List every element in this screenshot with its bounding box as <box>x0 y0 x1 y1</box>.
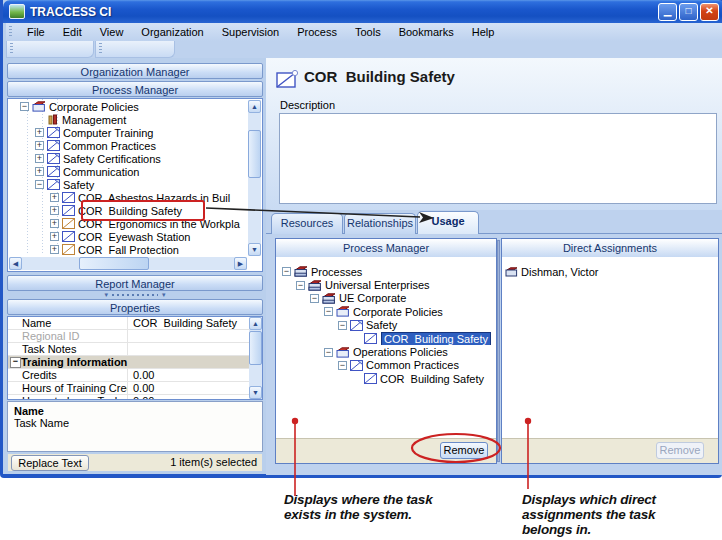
scroll-up-icon[interactable]: ▲ <box>248 100 261 113</box>
scroll-thumb[interactable] <box>248 130 261 178</box>
tree-item-label[interactable]: Universal Enterprises <box>325 279 430 291</box>
tree-item-common-practices[interactable]: −Common Practices <box>276 359 496 372</box>
tree-item-cor-building-safety[interactable]: +COR Building Safety <box>8 204 248 217</box>
expand-icon[interactable]: + <box>35 154 44 163</box>
collapse-icon[interactable]: − <box>10 357 21 368</box>
tree-item-safety[interactable]: −Safety <box>276 319 496 332</box>
tree-item-label[interactable]: Management <box>62 114 126 126</box>
tree-item-label[interactable]: COR Building Safety <box>381 332 491 345</box>
report-manager-header[interactable]: Report Manager <box>7 275 263 291</box>
remove-button[interactable]: Remove <box>440 442 488 459</box>
panel-splitter[interactable]: ▾▾ <box>7 292 263 298</box>
tab-resources[interactable]: Resources <box>271 213 343 234</box>
scroll-down-icon[interactable]: ▼ <box>248 243 261 256</box>
tree-item-label[interactable]: COR Building Safety <box>380 373 484 385</box>
tree-item-management[interactable]: +Management <box>8 113 248 126</box>
replace-text-button[interactable]: Replace Text <box>11 455 89 471</box>
tree-vscrollbar[interactable]: ▲ ▼ <box>248 100 261 256</box>
tree-item-safety[interactable]: −Safety <box>8 178 248 191</box>
tree-item-cor-fall-protection[interactable]: +COR Fall Protection <box>8 243 248 256</box>
tree-item-label[interactable]: Corporate Policies <box>353 306 443 318</box>
tree-item-label[interactable]: Safety Certifications <box>63 153 161 165</box>
tree-item-communication[interactable]: +Communication <box>8 165 248 178</box>
menu-organization[interactable]: Organization <box>132 24 212 41</box>
collapse-icon[interactable]: − <box>282 267 291 276</box>
list-item-label[interactable]: Dishman, Victor <box>521 266 598 278</box>
tree-hscrollbar[interactable]: ◀ ▶ <box>9 257 247 270</box>
expand-icon[interactable]: + <box>50 206 59 215</box>
tree-item-label[interactable]: Corporate Policies <box>49 101 139 113</box>
tree-item-label[interactable]: Operations Policies <box>353 346 448 358</box>
tree-item-safety-certifications[interactable]: +Safety Certifications <box>8 152 248 165</box>
tree-item-label[interactable]: Communication <box>63 166 139 178</box>
tree-item-label[interactable]: COR Building Safety <box>78 205 182 217</box>
toolbar-grip[interactable] <box>99 43 102 55</box>
tree-item-label[interactable]: COR Asbestos Hazards in Buil <box>78 192 230 204</box>
tree-item-label[interactable]: Processes <box>311 266 362 278</box>
expand-icon[interactable]: + <box>50 245 59 254</box>
menu-file[interactable]: File <box>18 24 54 41</box>
organization-manager-header[interactable]: Organization Manager <box>7 63 263 79</box>
tree-item-label[interactable]: Safety <box>366 319 397 331</box>
menu-supervision[interactable]: Supervision <box>213 24 288 41</box>
expand-icon[interactable]: + <box>50 219 59 228</box>
tree-item-operations-policies[interactable]: −Operations Policies <box>276 345 496 358</box>
properties-header[interactable]: Properties <box>7 299 263 315</box>
toolbar-1[interactable] <box>6 41 94 58</box>
description-textarea[interactable] <box>279 113 717 204</box>
collapse-icon[interactable]: − <box>338 321 347 330</box>
property-value[interactable] <box>128 330 249 342</box>
tree-item-cor-building-safety[interactable]: +COR Building Safety <box>276 372 496 385</box>
toolbar-2[interactable] <box>95 41 175 58</box>
list-item-dishman-victor[interactable]: Dishman, Victor <box>502 265 718 278</box>
menu-help[interactable]: Help <box>463 24 504 41</box>
expand-icon[interactable]: + <box>35 128 44 137</box>
menu-edit[interactable]: Edit <box>54 24 91 41</box>
tree-item-processes[interactable]: −Processes <box>276 265 496 278</box>
collapse-icon[interactable]: − <box>324 307 333 316</box>
property-value[interactable]: 0.00 <box>128 369 249 381</box>
properties-vscrollbar[interactable]: ▲ ▼ <box>249 317 262 399</box>
menu-bookmarks[interactable]: Bookmarks <box>390 24 463 41</box>
tree-item-label[interactable]: COR Eyewash Station <box>78 231 191 243</box>
tree-item-cor-building-safety[interactable]: +COR Building Safety <box>276 332 496 345</box>
property-value[interactable] <box>128 343 249 355</box>
title-bar[interactable]: TRACCESS CI ▁ □ ✕ <box>3 0 722 23</box>
tree-item-label[interactable]: COR Fall Protection <box>78 244 179 256</box>
scroll-left-icon[interactable]: ◀ <box>9 257 22 270</box>
minimize-button-icon[interactable]: ▁ <box>658 3 677 21</box>
property-value[interactable]: 0.00 <box>128 382 249 394</box>
scroll-down-icon[interactable]: ▼ <box>249 386 262 399</box>
tree-item-common-practices[interactable]: +Common Practices <box>8 139 248 152</box>
tree-item-label[interactable]: Safety <box>63 179 94 191</box>
collapse-icon[interactable]: − <box>35 180 44 189</box>
tree-item-cor-ergonomics-in-the-workpla[interactable]: +COR Ergonomics in the Workpla <box>8 217 248 230</box>
tab-usage[interactable]: Usage <box>417 211 479 234</box>
collapse-icon[interactable]: − <box>324 348 333 357</box>
close-button-icon[interactable]: ✕ <box>700 3 719 21</box>
tree-item-corporate-policies[interactable]: −Corporate Policies <box>276 305 496 318</box>
collapse-icon[interactable]: − <box>338 361 347 370</box>
scroll-thumb[interactable] <box>79 257 149 270</box>
scroll-up-icon[interactable]: ▲ <box>249 317 262 330</box>
remove-button-disabled[interactable]: Remove <box>656 442 704 459</box>
usage-panel-divider[interactable] <box>497 240 500 462</box>
tree-item-label[interactable]: Common Practices <box>63 140 156 152</box>
property-value[interactable]: 0.00 <box>128 395 249 400</box>
scroll-thumb[interactable] <box>249 331 262 365</box>
tree-item-label[interactable]: Common Practices <box>366 359 459 371</box>
menu-grip[interactable] <box>9 26 12 38</box>
expand-icon[interactable]: + <box>50 232 59 241</box>
process-manager-header[interactable]: Process Manager <box>7 81 263 97</box>
maximize-button-icon[interactable]: □ <box>679 3 698 21</box>
tree-item-corporate-policies[interactable]: −Corporate Policies <box>8 100 248 113</box>
tree-item-label[interactable]: Computer Training <box>63 127 154 139</box>
menu-tools[interactable]: Tools <box>346 24 390 41</box>
expand-icon[interactable]: + <box>50 193 59 202</box>
tree-item-cor-asbestos-hazards-in-buil[interactable]: +COR Asbestos Hazards in Buil <box>8 191 248 204</box>
expand-icon[interactable]: + <box>35 141 44 150</box>
menu-view[interactable]: View <box>91 24 133 41</box>
tree-item-ue-corporate[interactable]: −UE Corporate <box>276 292 496 305</box>
tab-relationships[interactable]: Relationships <box>344 213 416 234</box>
tree-item-cor-eyewash-station[interactable]: +COR Eyewash Station <box>8 230 248 243</box>
